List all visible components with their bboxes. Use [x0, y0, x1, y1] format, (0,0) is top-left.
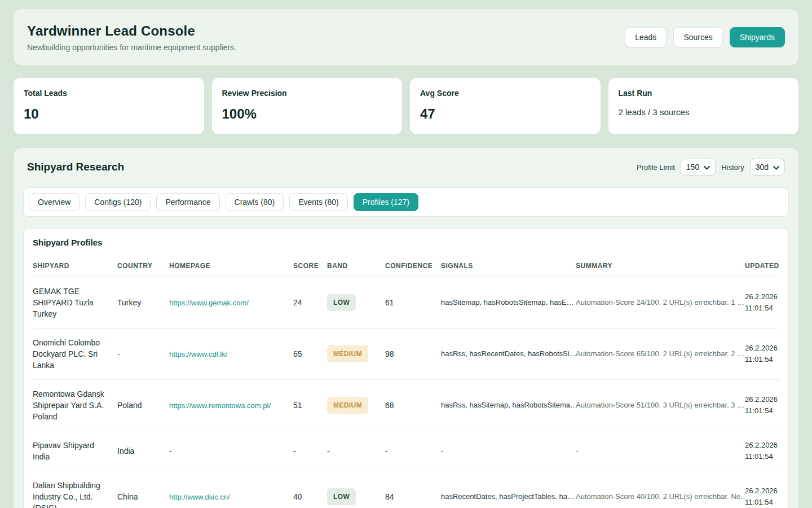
updated-date: 26.2.2026	[745, 394, 779, 405]
cell-confidence: 84	[385, 471, 441, 508]
homepage-link[interactable]: http://www.dsic.cn/	[169, 493, 230, 501]
stat-card-total-leads: Total Leads10	[14, 78, 204, 134]
page: Yardwinner Lead Console Newbuilding oppo…	[0, 0, 812, 508]
profile-limit-select[interactable]: 150	[681, 159, 716, 176]
cell-homepage: https://www.cdl.lk/	[169, 329, 293, 380]
homepage-link[interactable]: https://www.remontowa.com.pl/	[169, 401, 271, 410]
cell-summary: Automation-Score 65/100. 2 URL(s) erreic…	[576, 329, 745, 380]
updated-time: 11:01:54	[745, 354, 779, 365]
stat-label: Review Precision	[222, 89, 392, 98]
cell-shipyard: GEMAK TGE SHIPYARD Tuzla Turkey	[33, 277, 117, 329]
column-header-updated: UPDATED	[745, 249, 779, 277]
cell-band: MEDIUM	[327, 329, 385, 380]
homepage-link[interactable]: https://www.gemak.com/	[169, 299, 249, 307]
profile-limit-value: 150	[686, 163, 699, 172]
header: Yardwinner Lead Console Newbuilding oppo…	[14, 9, 798, 65]
cell-score: 24	[293, 277, 327, 329]
stat-value: 2 leads / 3 sources	[619, 107, 789, 117]
cell-signals: -	[441, 431, 576, 471]
cell-shipyard: Remontowa Gdansk Shiprepair Yard S.A. Po…	[33, 380, 117, 431]
header-nav: LeadsSourcesShipyards	[625, 27, 785, 47]
nav-button-leads[interactable]: Leads	[625, 27, 667, 47]
tab-configs-120[interactable]: Configs (120)	[85, 193, 151, 211]
table-row: GEMAK TGE SHIPYARD Tuzla TurkeyTurkeyhtt…	[33, 277, 779, 329]
shipyard-research-section: Shipyard Research Profile Limit 150 Hist…	[14, 148, 798, 508]
cell-homepage: -	[169, 431, 293, 471]
cell-confidence: -	[385, 431, 441, 471]
updated-time: 11:01:54	[745, 303, 779, 314]
cell-country: China	[117, 471, 169, 508]
stat-value: 47	[420, 106, 590, 122]
cell-shipyard: Onomichi Colombo Dockyard PLC. Sri Lanka	[33, 329, 117, 380]
cell-score: 65	[293, 329, 327, 380]
cell-updated: 26.2.202611:01:54	[745, 380, 779, 431]
tab-crawls-80[interactable]: Crawls (80)	[226, 193, 284, 211]
cell-country: -	[117, 329, 169, 380]
cell-signals: hasRecentDates, hasProjectTables, ha…	[441, 471, 576, 508]
shipyard-profiles-card: Shipyard Profiles SHIPYARDCOUNTRYHOMEPAG…	[23, 228, 789, 508]
cell-summary: -	[576, 431, 745, 471]
history-select[interactable]: 30d	[750, 159, 785, 176]
cell-updated: 26.2.202611:01:54	[745, 277, 779, 329]
cell-updated: 26.2.202611:01:54	[745, 329, 779, 380]
section-title: Shipyard Research	[27, 161, 124, 173]
band-badge: MEDIUM	[327, 345, 368, 362]
updated-time: 11:01:54	[745, 405, 779, 417]
cell-homepage: https://www.gemak.com/	[169, 277, 293, 329]
cell-confidence: 68	[385, 380, 441, 431]
table-row: Remontowa Gdansk Shiprepair Yard S.A. Po…	[33, 380, 779, 431]
page-subtitle: Newbuilding opportunities for maritime e…	[27, 43, 236, 52]
profiles-table-wrap: SHIPYARDCOUNTRYHOMEPAGESCOREBANDCONFIDEN…	[33, 249, 779, 508]
tab-profiles-127[interactable]: Profiles (127)	[354, 193, 418, 211]
table-title: Shipyard Profiles	[33, 238, 779, 247]
cell-signals: hasRss, hasSitemap, hasRobotsSitema…	[441, 380, 576, 431]
column-header-summary: SUMMARY	[576, 249, 745, 277]
updated-time: 11:01:54	[745, 497, 779, 508]
cell-band: MEDIUM	[327, 380, 385, 431]
cell-confidence: 98	[385, 329, 441, 380]
band-badge: LOW	[327, 488, 356, 505]
stat-label: Total Leads	[24, 89, 194, 98]
cell-country: India	[117, 431, 169, 471]
history-value: 30d	[756, 163, 769, 172]
cell-summary: Automation-Score 51/100. 3 URL(s) erreic…	[576, 380, 745, 431]
cell-shipyard: Pipavav Shipyard India	[33, 431, 117, 471]
table-row: Pipavav Shipyard IndiaIndia------26.2.20…	[33, 431, 779, 471]
cell-score: 40	[293, 471, 327, 508]
updated-time: 11:01:54	[745, 451, 779, 462]
header-text: Yardwinner Lead Console Newbuilding oppo…	[27, 23, 236, 52]
tab-bar: OverviewConfigs (120)PerformanceCrawls (…	[23, 187, 789, 217]
table-body: GEMAK TGE SHIPYARD Tuzla TurkeyTurkeyhtt…	[33, 277, 779, 508]
cell-updated: 26.2.202611:01:54	[745, 431, 779, 471]
table-row: Dalian Shipbuilding Industry Co., Ltd. (…	[33, 471, 779, 508]
table-header-row: SHIPYARDCOUNTRYHOMEPAGESCOREBANDCONFIDEN…	[33, 249, 779, 277]
stat-label: Avg Score	[420, 89, 590, 98]
cell-confidence: 61	[385, 277, 441, 329]
stat-card-avg-score: Avg Score47	[410, 78, 601, 134]
column-header-band: BAND	[327, 249, 385, 277]
cell-updated: 26.2.202611:01:54	[745, 471, 779, 508]
tab-events-80[interactable]: Events (80)	[289, 193, 348, 211]
tab-performance[interactable]: Performance	[156, 193, 219, 211]
cell-country: Turkey	[117, 277, 169, 329]
updated-date: 26.2.2026	[745, 440, 779, 451]
cell-country: Poland	[117, 380, 169, 431]
cell-band: LOW	[327, 471, 385, 508]
stat-cards: Total Leads10Review Precision100%Avg Sco…	[14, 78, 798, 134]
stat-label: Last Run	[619, 89, 789, 98]
cell-signals: hasRss, hasRecentDates, hasRobotsSi…	[441, 329, 576, 380]
updated-date: 26.2.2026	[745, 291, 779, 303]
homepage-link[interactable]: https://www.cdl.lk/	[169, 350, 227, 358]
cell-score: -	[293, 431, 327, 471]
cell-summary: Automation-Score 40/100. 2 URL(s) erreic…	[576, 471, 745, 508]
cell-shipyard: Dalian Shipbuilding Industry Co., Ltd. (…	[33, 471, 117, 508]
research-header: Shipyard Research Profile Limit 150 Hist…	[23, 157, 789, 176]
cell-homepage: https://www.remontowa.com.pl/	[169, 380, 293, 431]
nav-button-sources[interactable]: Sources	[673, 27, 722, 47]
updated-date: 26.2.2026	[745, 485, 779, 497]
band-badge: MEDIUM	[327, 397, 368, 414]
nav-button-shipyards[interactable]: Shipyards	[730, 27, 785, 47]
column-header-confidence: CONFIDENCE	[385, 249, 441, 277]
cell-band: LOW	[327, 277, 385, 329]
tab-overview[interactable]: Overview	[29, 193, 80, 211]
